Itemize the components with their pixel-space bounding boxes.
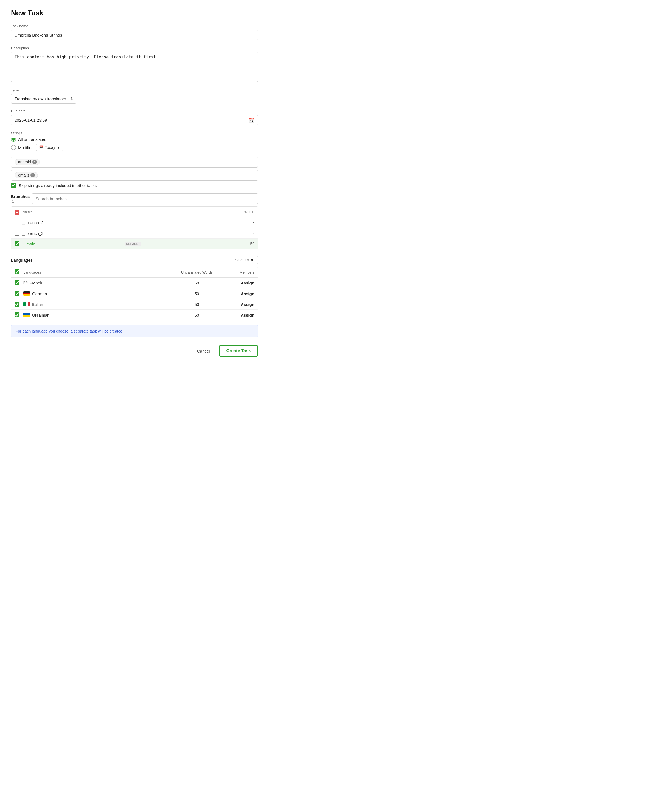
main-branch-checkbox[interactable]	[15, 241, 20, 246]
ukrainian-checkbox[interactable]	[15, 313, 20, 317]
ukrainian-flag	[23, 313, 30, 317]
emails-tag-label: emails	[18, 173, 29, 177]
save-as-chevron-icon: ▼	[250, 258, 254, 262]
modified-row: Modified 📅 Today ▼	[11, 144, 258, 151]
italian-flag	[23, 302, 30, 307]
branch-row-branch2: ⎯ branch_2 -	[11, 217, 258, 228]
modified-label: Modified	[18, 145, 34, 150]
description-input[interactable]: This content has high priority. Please t…	[11, 52, 258, 82]
due-date-wrap: 📅	[11, 115, 258, 125]
branch-row-main: ⎯ main DEFAULT 50	[11, 239, 258, 249]
type-field-group: Type Translate by own translators Transl…	[11, 88, 258, 104]
branches-table-header: Name Words	[11, 206, 258, 217]
branch-row-branch3: ⎯ branch_3 -	[11, 228, 258, 239]
german-checkbox[interactable]	[15, 291, 20, 296]
branch3-words: -	[238, 231, 255, 235]
main-branch-icon: ⎯	[22, 242, 25, 246]
french-checkbox[interactable]	[15, 280, 20, 285]
branches-header-check	[15, 209, 22, 215]
save-as-button[interactable]: Save as ▼	[231, 256, 258, 264]
skip-strings-row: Skip strings already included in other t…	[11, 183, 258, 188]
branches-col-name: Name	[22, 210, 238, 214]
skip-strings-label: Skip strings already included in other t…	[19, 183, 97, 188]
android-tag-row: android ✕	[11, 157, 258, 168]
german-assign[interactable]: Assign	[221, 292, 255, 296]
main-branch-name: main	[26, 242, 123, 246]
italian-checkbox[interactable]	[15, 302, 20, 307]
all-untranslated-label: All untranslated	[18, 137, 46, 142]
description-label: Description	[11, 46, 258, 50]
strings-label: Strings	[11, 131, 258, 135]
languages-table-header: Languages Untranslated Words Members	[11, 267, 258, 278]
branch3-checkbox[interactable]	[15, 230, 20, 236]
branches-deselect-all[interactable]	[15, 210, 20, 215]
cancel-button[interactable]: Cancel	[192, 346, 215, 356]
branches-col-words: Words	[238, 210, 255, 214]
info-banner-text: For each language you choose, a separate…	[16, 329, 122, 333]
branch2-words: -	[238, 220, 255, 224]
emails-tag: emails ✕	[15, 172, 38, 178]
branches-table: Name Words ⎯ branch_2 - ⎯ branch_3 - ⎯ m…	[11, 206, 258, 249]
chevron-down-small-icon: ▼	[56, 145, 60, 150]
ukrainian-words: 50	[172, 313, 221, 317]
branch2-icon: ⎯	[22, 220, 25, 225]
lang-row-ukrainian: Ukrainian 50 Assign	[11, 310, 258, 320]
today-button[interactable]: 📅 Today ▼	[36, 144, 63, 151]
calendar-icon[interactable]: 📅	[249, 117, 255, 123]
page-title: New Task	[11, 9, 258, 17]
german-name: German	[32, 292, 172, 296]
description-field-group: Description This content has high priori…	[11, 46, 258, 82]
skip-strings-checkbox[interactable]	[11, 183, 16, 188]
french-name: French	[29, 281, 172, 285]
italian-assign[interactable]: Assign	[221, 302, 255, 307]
type-label: Type	[11, 88, 258, 92]
create-task-button[interactable]: Create Task	[219, 345, 258, 357]
due-date-label: Due date	[11, 109, 258, 113]
ukrainian-name: Ukrainian	[32, 313, 172, 317]
branch3-name: branch_3	[26, 231, 238, 236]
german-flag	[23, 292, 30, 296]
ukrainian-assign[interactable]: Assign	[221, 313, 255, 317]
lang-row-italian: Italian 50 Assign	[11, 299, 258, 310]
android-tag-label: android	[18, 160, 31, 164]
android-tag-remove[interactable]: ✕	[32, 160, 37, 164]
branch3-icon: ⎯	[22, 231, 25, 236]
italian-words: 50	[172, 302, 221, 307]
languages-section-title: Languages	[11, 258, 33, 263]
due-date-input[interactable]	[11, 115, 258, 125]
search-branches-input[interactable]	[32, 193, 258, 204]
german-words: 50	[172, 292, 221, 296]
italian-name: Italian	[32, 302, 172, 307]
branches-count: 1	[12, 199, 14, 203]
android-tag: android ✕	[15, 159, 40, 165]
languages-select-all-checkbox[interactable]	[15, 269, 20, 274]
branches-section-title: Branches 1	[11, 194, 32, 203]
lang-col-members-header: Members	[221, 270, 255, 274]
main-branch-words: 50	[238, 242, 255, 246]
emails-tag-row: emails ✕	[11, 170, 258, 181]
lang-col-name-header: Languages	[23, 270, 172, 274]
calendar-small-icon: 📅	[39, 145, 44, 150]
branch2-checkbox[interactable]	[15, 220, 20, 225]
task-name-input[interactable]	[11, 30, 258, 40]
languages-header-check-col	[15, 269, 23, 275]
modified-radio[interactable]	[11, 145, 16, 150]
languages-header: Languages Save as ▼	[11, 256, 258, 264]
main-branch-default-badge: DEFAULT	[125, 242, 141, 246]
lang-row-german: German 50 Assign	[11, 288, 258, 299]
languages-table: Languages Untranslated Words Members FR …	[11, 267, 258, 321]
french-words: 50	[172, 281, 221, 285]
task-name-label: Task name	[11, 24, 258, 28]
due-date-field-group: Due date 📅	[11, 109, 258, 125]
type-select[interactable]: Translate by own translators Translate b…	[11, 94, 76, 104]
emails-tag-remove[interactable]: ✕	[30, 173, 35, 177]
all-untranslated-row: All untranslated	[11, 137, 258, 142]
french-assign[interactable]: Assign	[221, 281, 255, 285]
branches-title-text: Branches	[11, 194, 30, 199]
type-select-wrap: Translate by own translators Translate b…	[11, 94, 76, 104]
all-untranslated-radio[interactable]	[11, 137, 16, 142]
task-name-field-group: Task name	[11, 24, 258, 40]
branch2-name: branch_2	[26, 220, 238, 225]
save-as-label: Save as	[235, 258, 249, 262]
strings-section: Strings All untranslated Modified 📅 Toda…	[11, 131, 258, 151]
